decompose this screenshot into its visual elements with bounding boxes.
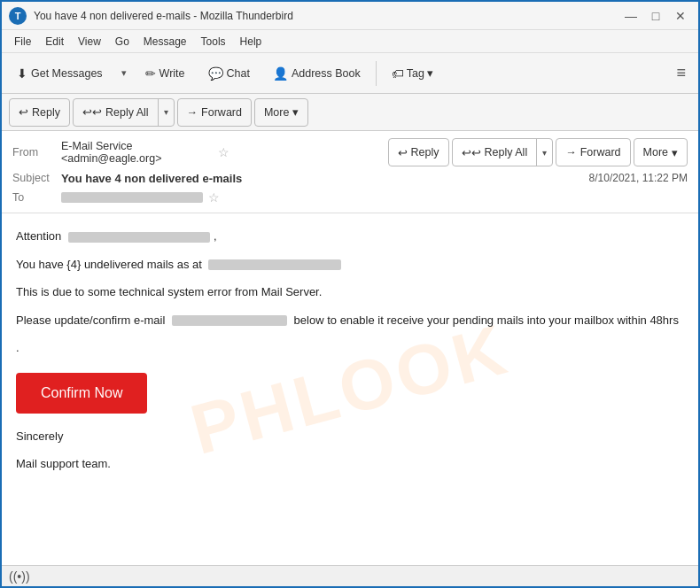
redacted-email: [208, 259, 341, 270]
reply-toolbar: ↩ Reply ↩↩ Reply All ▾ → Forward More ▾: [2, 94, 698, 131]
redacted-name: [68, 232, 210, 243]
header-more-label: More: [643, 146, 668, 159]
from-value: E-Mail Service <admin@eagle.org>: [61, 140, 213, 165]
hamburger-button[interactable]: ≡: [669, 58, 693, 89]
main-window: T You have 4 non delivered e-mails - Moz…: [0, 0, 700, 588]
header-forward-button[interactable]: → Forward: [556, 138, 630, 166]
subject-label: Subject: [12, 172, 61, 184]
status-bar: ((•)): [2, 565, 698, 586]
tag-label: Tag: [407, 67, 424, 80]
email-header: From E-Mail Service <admin@eagle.org> ☆ …: [2, 131, 698, 213]
subject-row: Subject You have 4 non delivered e-mails…: [12, 168, 688, 188]
body-line1: Attention ,: [16, 228, 684, 245]
email-body: PHLOOK Attention , You have {4} undelive…: [2, 213, 698, 565]
header-reply-button[interactable]: ↩ Reply: [388, 138, 449, 166]
header-forward-label: Forward: [580, 146, 621, 159]
from-star-icon[interactable]: ☆: [218, 145, 229, 159]
menu-tools[interactable]: Tools: [194, 34, 233, 50]
more-dropdown-icon: ▾: [292, 105, 299, 119]
sign2: Mail support team.: [16, 455, 684, 473]
write-button[interactable]: ✏ Write: [136, 58, 195, 89]
forward-icon: →: [187, 106, 198, 119]
to-label: To: [12, 191, 61, 204]
reply-button[interactable]: ↩ Reply: [9, 98, 70, 127]
reply-label: Reply: [32, 106, 60, 119]
chat-label: Chat: [227, 67, 250, 80]
main-toolbar: ⬇ Get Messages ▾ ✏ Write 💬 Chat 👤 Addres…: [2, 53, 698, 94]
confirm-now-button[interactable]: Confirm Now: [16, 373, 147, 414]
redacted-email2: [172, 315, 287, 326]
menu-view[interactable]: View: [71, 34, 108, 50]
more-label: More: [264, 106, 289, 119]
menu-file[interactable]: File: [7, 34, 38, 50]
from-label: From: [12, 146, 61, 159]
window-controls: — □ ✕: [620, 6, 691, 26]
wifi-icon: ((•)): [9, 569, 30, 584]
maximize-button[interactable]: □: [645, 6, 666, 26]
header-reply-all-icon: ↩↩: [462, 146, 481, 159]
window-title: You have 4 non delivered e-mails - Mozil…: [34, 10, 620, 22]
menu-bar: File Edit View Go Message Tools Help: [2, 30, 698, 53]
chat-icon: 💬: [208, 66, 223, 81]
email-body-content: Attention , You have {4} undelivered mai…: [16, 228, 684, 473]
body-dot: .: [16, 339, 684, 357]
reply-arrow-icon: ↩: [19, 105, 28, 119]
toolbar-separator: [376, 61, 377, 86]
reply-all-button[interactable]: ↩↩ Reply All: [74, 99, 159, 126]
close-button[interactable]: ✕: [670, 6, 691, 26]
header-more-icon: ▾: [672, 146, 678, 159]
write-icon: ✏: [145, 66, 156, 81]
reply-all-split-button: ↩↩ Reply All ▾: [73, 98, 175, 127]
header-forward-icon: →: [565, 146, 577, 159]
write-label: Write: [159, 67, 185, 80]
reply-all-label: Reply All: [105, 106, 149, 119]
subject-value: You have 4 non delivered e-mails: [61, 172, 589, 185]
forward-button[interactable]: → Forward: [177, 98, 252, 127]
more-button[interactable]: More ▾: [254, 98, 308, 127]
to-value-redacted: [61, 192, 203, 203]
to-row: To ☆: [12, 188, 688, 207]
get-messages-button[interactable]: ⬇ Get Messages: [7, 58, 113, 89]
title-bar: T You have 4 non delivered e-mails - Moz…: [2, 2, 698, 30]
forward-label: Forward: [201, 106, 242, 119]
app-icon: T: [9, 7, 27, 25]
chat-button[interactable]: 💬 Chat: [198, 58, 260, 89]
header-more-button[interactable]: More ▾: [634, 138, 688, 166]
to-star-icon[interactable]: ☆: [208, 190, 220, 205]
header-reply-all-dropdown[interactable]: ▾: [537, 139, 552, 166]
body-line4: Please update/confirm e-mail below to en…: [16, 312, 684, 329]
address-book-icon: 👤: [273, 66, 288, 81]
header-reply-icon: ↩: [398, 146, 408, 159]
get-messages-label: Get Messages: [31, 67, 103, 80]
body-line3: This is due to some technical system err…: [16, 283, 684, 301]
tag-dropdown-icon: ▾: [427, 66, 433, 80]
email-date: 8/10/2021, 11:22 PM: [589, 172, 688, 184]
menu-edit[interactable]: Edit: [38, 34, 71, 50]
sign1: Sincerely: [16, 428, 684, 445]
address-book-button[interactable]: 👤 Address Book: [263, 58, 370, 89]
minimize-button[interactable]: —: [620, 6, 642, 26]
get-messages-dropdown[interactable]: ▾: [116, 58, 132, 89]
from-row: From E-Mail Service <admin@eagle.org> ☆ …: [12, 136, 688, 168]
menu-message[interactable]: Message: [136, 34, 194, 50]
tag-button[interactable]: 🏷 Tag ▾: [382, 58, 443, 89]
reply-all-dropdown[interactable]: ▾: [159, 99, 174, 126]
reply-all-icon: ↩↩: [82, 105, 102, 119]
tag-icon: 🏷: [392, 66, 404, 81]
header-reply-all-split: ↩↩ Reply All ▾: [452, 138, 554, 166]
menu-help[interactable]: Help: [233, 34, 269, 50]
header-reply-all-button[interactable]: ↩↩ Reply All: [453, 139, 538, 166]
address-book-label: Address Book: [292, 67, 361, 80]
menu-go[interactable]: Go: [108, 34, 136, 50]
body-line2: You have {4} undelivered mails as at: [16, 256, 684, 274]
get-messages-icon: ⬇: [17, 66, 27, 81]
